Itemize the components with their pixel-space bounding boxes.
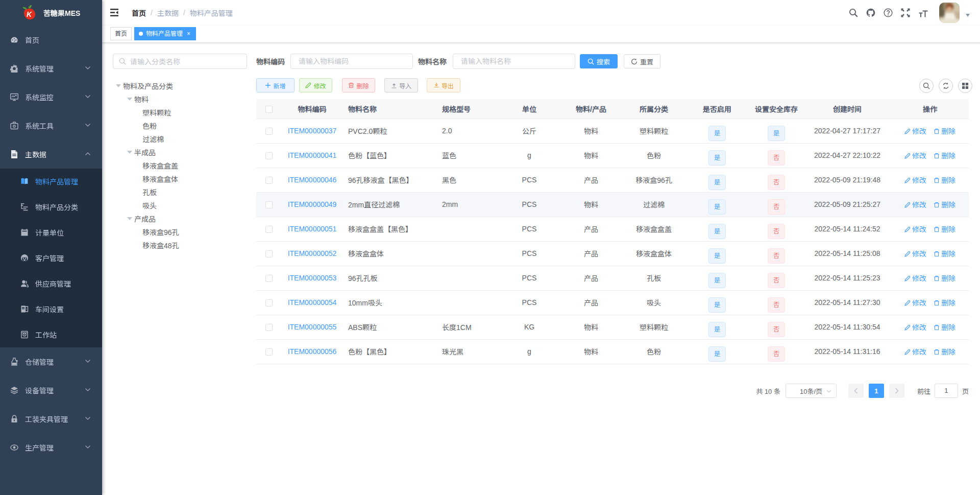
svg-text:24: 24	[22, 308, 24, 310]
svg-text:K: K	[27, 10, 32, 18]
